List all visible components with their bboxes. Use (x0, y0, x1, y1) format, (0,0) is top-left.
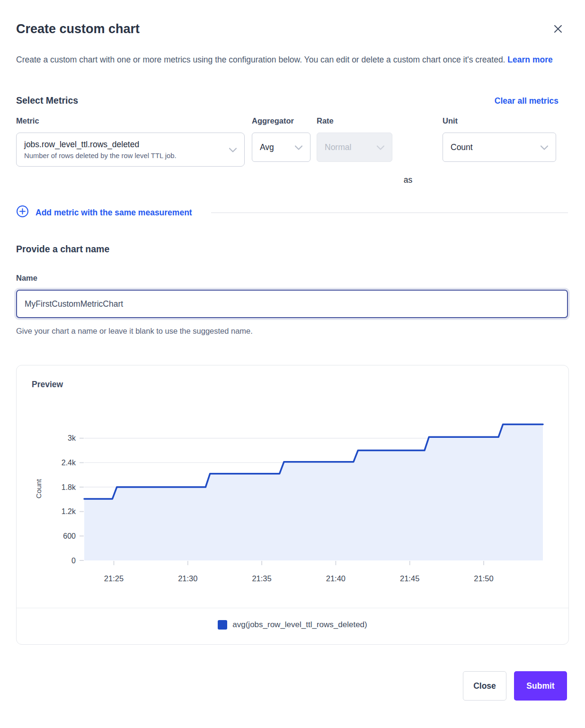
aggregator-field: Aggregator Avg (252, 116, 310, 162)
as-label: as (402, 175, 414, 185)
clear-all-metrics-link[interactable]: Clear all metrics (495, 96, 558, 106)
svg-text:21:40: 21:40 (326, 574, 346, 583)
create-custom-chart-modal: Create custom chart Create a custom char… (0, 0, 585, 728)
aggregator-select-value: Avg (260, 142, 274, 152)
legend-swatch (218, 620, 227, 630)
modal-description: Create a custom chart with one or more m… (16, 51, 560, 69)
svg-text:1.2k: 1.2k (62, 507, 76, 515)
chart-name-heading: Provide a chart name (16, 244, 568, 255)
preview-chart: 06001.2k1.8k2.4k3k21:2521:3021:3521:4021… (17, 403, 568, 590)
metric-label: Metric (16, 116, 245, 125)
select-metrics-heading: Select Metrics (16, 95, 78, 106)
unit-label: Unit (443, 116, 556, 125)
page-title: Create custom chart (16, 21, 140, 37)
divider (17, 608, 568, 608)
name-label: Name (16, 274, 568, 283)
unit-field: Unit Count (443, 116, 556, 162)
metric-select-description: Number of rows deleted by the row level … (24, 152, 177, 160)
select-metrics-header: Select Metrics Clear all metrics (16, 95, 568, 106)
svg-text:21:45: 21:45 (400, 574, 419, 583)
modal-footer: Close Submit (16, 671, 568, 701)
add-metric-row: Add metric with the same measurement (16, 205, 568, 220)
preview-card: Preview 06001.2k1.8k2.4k3k21:2521:3021:3… (16, 365, 569, 645)
chevron-down-icon (295, 142, 302, 152)
svg-text:600: 600 (63, 532, 76, 540)
aggregator-label: Aggregator (252, 116, 310, 125)
metric-select-value: jobs.row_level_ttl.rows_deleted (24, 140, 177, 150)
legend-label: avg(jobs_row_level_ttl_rows_deleted) (232, 620, 367, 630)
metric-select[interactable]: jobs.row_level_ttl.rows_deleted Number o… (16, 133, 245, 167)
rate-select: Normal (317, 133, 392, 162)
svg-text:Count: Count (35, 479, 43, 498)
unit-select-value: Count (451, 142, 473, 152)
rate-field: Rate Normal (317, 116, 392, 162)
chevron-down-icon (377, 142, 384, 152)
rate-label: Rate (317, 116, 392, 125)
add-circle-icon (16, 205, 29, 220)
metrics-row: Metric jobs.row_level_ttl.rows_deleted N… (16, 116, 568, 185)
submit-button[interactable]: Submit (514, 671, 567, 701)
chart-name-input[interactable] (16, 290, 568, 318)
svg-text:21:50: 21:50 (474, 574, 493, 583)
name-helper-text: Give your chart a name or leave it blank… (16, 327, 568, 336)
svg-text:2.4k: 2.4k (62, 459, 76, 467)
close-button[interactable] (551, 22, 565, 37)
close-button-footer[interactable]: Close (463, 671, 506, 701)
aggregator-select[interactable]: Avg (252, 133, 310, 162)
modal-description-text: Create a custom chart with one or more m… (16, 55, 505, 64)
divider (211, 213, 568, 213)
close-icon (553, 28, 563, 36)
chevron-down-icon (541, 142, 548, 152)
metric-field: Metric jobs.row_level_ttl.rows_deleted N… (16, 116, 245, 167)
unit-select[interactable]: Count (443, 133, 556, 162)
metric-select-texts: jobs.row_level_ttl.rows_deleted Number o… (24, 140, 177, 160)
add-metric-button[interactable]: Add metric with the same measurement (16, 205, 192, 220)
learn-more-link[interactable]: Learn more (507, 55, 552, 64)
chart-legend: avg(jobs_row_level_ttl_rows_deleted) (17, 619, 568, 631)
preview-heading: Preview (32, 380, 568, 390)
svg-text:21:25: 21:25 (104, 574, 124, 583)
svg-text:21:30: 21:30 (178, 574, 197, 583)
svg-text:21:35: 21:35 (252, 574, 271, 583)
svg-text:3k: 3k (68, 434, 76, 442)
svg-text:1.8k: 1.8k (62, 483, 76, 491)
add-metric-label: Add metric with the same measurement (35, 208, 192, 218)
chevron-down-icon (229, 145, 237, 155)
modal-header: Create custom chart (16, 21, 568, 37)
rate-select-value: Normal (325, 142, 351, 152)
svg-text:0: 0 (71, 557, 76, 565)
